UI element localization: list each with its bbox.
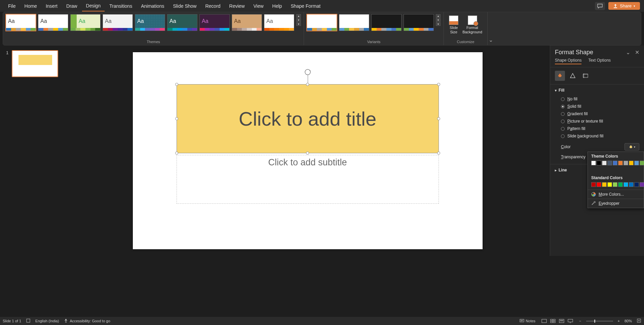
- eyedropper-item[interactable]: Eyedropper: [588, 199, 644, 208]
- variants-more[interactable]: ▴▾▾: [436, 14, 441, 26]
- language-status[interactable]: English (India): [35, 319, 59, 323]
- size-properties-icon[interactable]: [580, 71, 591, 81]
- theme-color-8[interactable]: [634, 161, 639, 165]
- standard-color-0[interactable]: [591, 182, 596, 187]
- theme-color-5[interactable]: [618, 161, 623, 165]
- theme-option-7[interactable]: Aa: [232, 14, 262, 31]
- pane-close-icon[interactable]: ✕: [635, 49, 639, 56]
- picture-fill-radio[interactable]: Picture or texture fill: [555, 118, 639, 125]
- subtitle-placeholder[interactable]: Click to add subtitle: [177, 155, 439, 204]
- theme-option-4[interactable]: Aa: [135, 14, 165, 31]
- tab-review[interactable]: Review: [225, 1, 249, 11]
- ribbon: AaAaAaAaAaAaAaAaAa▴▾▾ Themes ▴▾▾ Variant…: [3, 12, 641, 45]
- standard-color-6[interactable]: [623, 182, 628, 187]
- theme-color-6[interactable]: [623, 161, 628, 165]
- theme-option-3[interactable]: Aa: [103, 14, 133, 31]
- theme-color-0[interactable]: [591, 161, 596, 165]
- fill-line-icon[interactable]: [555, 71, 565, 81]
- zoom-slider[interactable]: [586, 321, 613, 322]
- zoom-level[interactable]: 80%: [624, 319, 632, 323]
- standard-color-2[interactable]: [602, 182, 607, 187]
- sorter-view-button[interactable]: [549, 318, 557, 324]
- variant-option-2[interactable]: [371, 14, 402, 31]
- ribbon-collapse[interactable]: ⌄: [488, 12, 494, 45]
- tab-home[interactable]: Home: [21, 1, 41, 11]
- theme-color-2[interactable]: [602, 161, 607, 165]
- standard-color-3[interactable]: [607, 182, 612, 187]
- tab-help[interactable]: Help: [268, 1, 286, 11]
- slide-canvas[interactable]: Click to add title Click to add subtitle: [133, 52, 483, 249]
- pattern-fill-radio[interactable]: Pattern fill: [555, 125, 639, 132]
- standard-color-7[interactable]: [629, 182, 634, 187]
- fill-section-header[interactable]: ▾ Fill: [555, 88, 639, 93]
- no-fill-radio[interactable]: No fill: [555, 95, 639, 103]
- text-options-tab[interactable]: Text Options: [588, 58, 611, 64]
- handle-e[interactable]: [437, 117, 440, 120]
- tab-design[interactable]: Design: [82, 1, 105, 11]
- chevron-right-icon: ▸: [555, 168, 557, 172]
- zoom-in[interactable]: +: [618, 319, 620, 323]
- solid-fill-radio[interactable]: Solid fill: [555, 103, 639, 110]
- rotation-handle[interactable]: [304, 68, 311, 76]
- format-background-button[interactable]: Format Background: [461, 14, 484, 36]
- standard-color-1[interactable]: [597, 182, 601, 187]
- theme-option-2[interactable]: Aa: [70, 14, 101, 31]
- theme-color-7[interactable]: [629, 161, 634, 165]
- handle-w[interactable]: [175, 117, 178, 120]
- themes-more[interactable]: ▴▾▾: [296, 14, 301, 26]
- tab-shape-format[interactable]: Shape Format: [287, 1, 325, 11]
- theme-color-3[interactable]: [607, 161, 612, 165]
- theme-color-4[interactable]: [613, 161, 617, 165]
- theme-color-1[interactable]: [597, 161, 601, 165]
- slide-counter[interactable]: Slide 1 of 1: [3, 319, 21, 323]
- slideshow-view-button[interactable]: [566, 318, 574, 324]
- standard-color-9[interactable]: [640, 182, 644, 187]
- theme-option-8[interactable]: Aa: [264, 14, 294, 31]
- accessibility-status[interactable]: Accessibility: Good to go: [64, 319, 110, 323]
- shape-options-tab[interactable]: Shape Options: [555, 58, 581, 64]
- variant-option-1[interactable]: [339, 14, 369, 31]
- notes-toggle[interactable]: Notes: [520, 319, 535, 323]
- variant-option-3[interactable]: [404, 14, 434, 31]
- handle-s[interactable]: [306, 152, 309, 155]
- slide-size-button[interactable]: Slide Size: [448, 14, 460, 36]
- pane-options-icon[interactable]: ⌄: [626, 49, 630, 56]
- theme-color-9[interactable]: [640, 161, 644, 165]
- standard-color-8[interactable]: [634, 182, 639, 187]
- tab-record[interactable]: Record: [201, 1, 224, 11]
- handle-ne[interactable]: [437, 83, 440, 86]
- handle-n[interactable]: [306, 83, 309, 86]
- handle-sw[interactable]: [175, 152, 178, 155]
- tab-transitions[interactable]: Transitions: [105, 1, 136, 11]
- theme-option-0[interactable]: Aa: [6, 14, 36, 31]
- standard-color-4[interactable]: [613, 182, 617, 187]
- slide-thumbnail-1[interactable]: [12, 50, 58, 77]
- standard-color-5[interactable]: [618, 182, 623, 187]
- handle-se[interactable]: [437, 152, 440, 155]
- theme-option-6[interactable]: Aa: [199, 14, 230, 31]
- tab-file[interactable]: File: [4, 1, 20, 11]
- zoom-out[interactable]: −: [579, 319, 581, 323]
- normal-view-button[interactable]: [540, 318, 548, 324]
- title-placeholder[interactable]: Click to add title: [177, 84, 439, 153]
- tab-animations[interactable]: Animations: [137, 1, 168, 11]
- tab-view[interactable]: View: [250, 1, 268, 11]
- share-button[interactable]: Share ▾: [608, 2, 640, 10]
- more-colors-item[interactable]: More Colors...: [588, 190, 644, 199]
- tab-slideshow[interactable]: Slide Show: [169, 1, 200, 11]
- gradient-fill-radio[interactable]: Gradient fill: [555, 110, 639, 118]
- fit-to-window[interactable]: [637, 318, 641, 324]
- theme-option-5[interactable]: Aa: [167, 14, 197, 31]
- theme-option-1[interactable]: Aa: [38, 14, 68, 31]
- variant-option-0[interactable]: [307, 14, 337, 31]
- comments-button[interactable]: [595, 2, 605, 10]
- effects-icon[interactable]: [568, 71, 578, 81]
- handle-nw[interactable]: [175, 83, 178, 86]
- slide-bg-fill-radio[interactable]: Slide background fill: [555, 132, 639, 140]
- tab-draw[interactable]: Draw: [62, 1, 81, 11]
- spellcheck-icon[interactable]: [26, 318, 31, 324]
- fill-color-button[interactable]: ▾: [624, 143, 639, 151]
- tab-insert[interactable]: Insert: [42, 1, 62, 11]
- reading-view-button[interactable]: [558, 318, 566, 324]
- canvas-area[interactable]: Click to add title Click to add subtitle: [65, 45, 550, 256]
